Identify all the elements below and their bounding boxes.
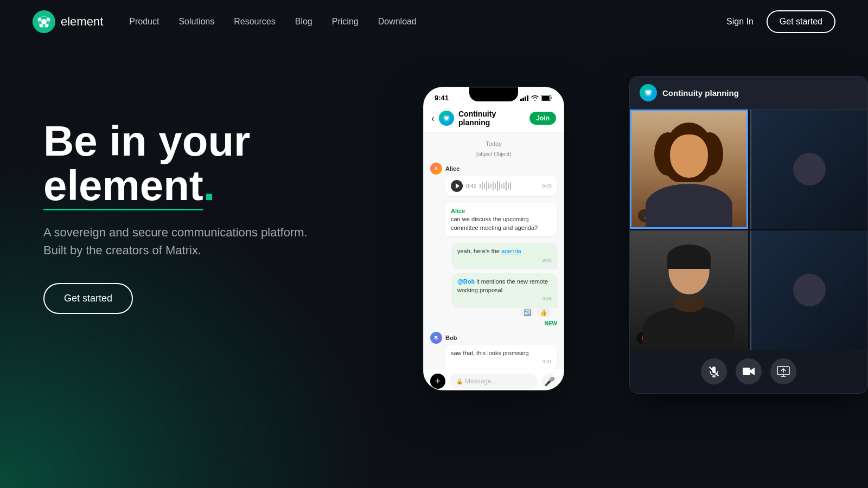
hero-title-dot: . — [203, 162, 215, 209]
nav-get-started-button[interactable]: Get started — [767, 10, 835, 33]
hero-title: Be in your element. — [43, 119, 380, 208]
phone-mockup: 9:41 — [423, 87, 564, 390]
waveform-bar — [510, 182, 511, 190]
brand-name: element — [61, 15, 103, 29]
waveform-bar — [482, 182, 483, 190]
signal-icon — [520, 95, 529, 101]
message-time-label: 9:06 — [457, 257, 552, 264]
nav-download[interactable]: Download — [378, 17, 417, 26]
waveform-bar — [503, 183, 505, 189]
hero-section: Be in your element. A sovereign and secu… — [0, 43, 868, 488]
waveform-bar — [484, 183, 485, 189]
partial-participant — [793, 153, 826, 185]
element-logo-icon — [33, 10, 55, 33]
play-icon — [456, 183, 459, 189]
message-time-label: 9:31 — [451, 358, 552, 365]
hero-content: Be in your element. A sovereign and secu… — [43, 87, 380, 314]
mention-bubble: @Bob it mentions the new remote working … — [452, 273, 557, 306]
svg-point-14 — [444, 117, 446, 118]
alice-face — [670, 134, 708, 178]
audio-bubble: 0:42 — [445, 176, 557, 196]
alice-shoulders — [646, 184, 732, 227]
svg-point-15 — [448, 117, 449, 118]
reply-bubble: yeah, here's the agenda 9:06 — [452, 243, 557, 268]
svg-rect-7 — [522, 98, 524, 101]
add-attachment-button[interactable]: + — [430, 374, 445, 389]
video-call-panel: Continuity planning — [629, 76, 868, 394]
chat-date: Today — [424, 140, 564, 147]
alice-video-bg — [631, 111, 746, 227]
bob-name: Bob — [445, 335, 457, 341]
svg-rect-8 — [525, 97, 526, 101]
chat-input-bar: + 🔒 Message... 🎤 — [424, 369, 564, 390]
mute-icon — [708, 365, 720, 377]
svg-point-2 — [38, 18, 42, 22]
agenda-link[interactable]: agenda — [501, 248, 521, 254]
mute-button[interactable] — [701, 358, 727, 384]
svg-rect-9 — [527, 95, 528, 101]
screen-share-button[interactable] — [770, 358, 796, 384]
nav-resources[interactable]: Resources — [234, 17, 275, 26]
room-icon-svg — [643, 88, 653, 98]
phone-status-icons — [520, 95, 553, 101]
chat-room-icon — [439, 111, 454, 126]
reaction-row: ↩️ 👍 — [430, 307, 557, 318]
svg-point-1 — [41, 19, 47, 24]
sign-in-button[interactable]: Sign In — [726, 17, 754, 27]
bob-text-message: B Bob saw that, this looks promising 9:3… — [424, 330, 564, 372]
bob-avatar: B — [430, 332, 442, 344]
waveform-bar — [480, 184, 481, 188]
screen-share-icon — [777, 366, 790, 377]
video-controls — [630, 350, 867, 393]
video-toggle-button[interactable] — [736, 358, 762, 384]
svg-point-5 — [45, 24, 49, 28]
logo-link[interactable]: element — [33, 10, 103, 33]
chat-body: Today [object Object] A Alice 0:42 — [424, 133, 564, 390]
partial-video-cell-2 — [750, 230, 868, 350]
alice-video-cell: 🎤 Alice — [630, 110, 748, 229]
svg-point-19 — [649, 91, 652, 93]
mention-message: @Bob it mentions the new remote working … — [424, 272, 564, 319]
nav-pricing[interactable]: Pricing — [332, 17, 359, 26]
reaction-thumbs[interactable]: 👍 — [537, 308, 551, 317]
alice-avatar: A — [430, 163, 442, 175]
svg-point-3 — [47, 18, 50, 22]
svg-rect-24 — [743, 368, 750, 375]
message-sender-label: Alice — [451, 207, 552, 215]
message-input[interactable]: 🔒 Message... — [450, 374, 538, 389]
hero-subtitle: A sovereign and secure communications pl… — [43, 223, 326, 259]
video-panel-room-icon — [640, 84, 657, 101]
bob-shoulders — [643, 306, 735, 350]
join-call-button[interactable]: Join — [529, 112, 556, 125]
nav-solutions[interactable]: Solutions — [178, 17, 214, 26]
bob-bubble: saw that, this looks promising 9:31 — [445, 345, 557, 370]
nav-right: Sign In Get started — [726, 10, 835, 33]
partial-participant-2 — [793, 274, 826, 306]
partial-cell-2-bg — [751, 230, 868, 350]
waveform-bar — [499, 182, 500, 190]
alice-audio-message: A Alice 0:42 — [424, 160, 564, 198]
message-bubble: Alice can we discuss the upcoming commit… — [445, 203, 557, 236]
reply-message: yeah, here's the agenda 9:06 — [424, 241, 564, 270]
navbar: element Product Solutions Resources Blog… — [0, 0, 868, 43]
message-time: 9:05 — [542, 183, 552, 189]
reaction-emoji[interactable]: ↩️ — [520, 308, 534, 317]
input-placeholder: Message... — [465, 377, 497, 385]
new-messages-badge: NEW — [424, 319, 564, 328]
chat-header: ‹ Continuity planning Join — [424, 104, 564, 133]
hero-title-element: element — [43, 164, 203, 208]
waveform-bar — [508, 183, 509, 189]
play-button[interactable] — [451, 180, 463, 192]
nav-blog[interactable]: Blog — [295, 17, 312, 26]
back-arrow-icon[interactable]: ‹ — [431, 113, 435, 124]
hero-get-started-button[interactable]: Get started — [43, 283, 133, 314]
waveform-bar — [495, 183, 496, 189]
message-time-label: 9:06 — [457, 296, 552, 303]
waveform-bar — [490, 184, 492, 188]
svg-rect-11 — [542, 96, 550, 100]
waveform-bar — [486, 181, 487, 191]
lock-icon: 🔒 — [456, 378, 463, 384]
mic-button[interactable]: 🎤 — [542, 374, 557, 389]
video-grid: 🎤 Alice — [630, 110, 867, 350]
nav-product[interactable]: Product — [129, 17, 159, 26]
